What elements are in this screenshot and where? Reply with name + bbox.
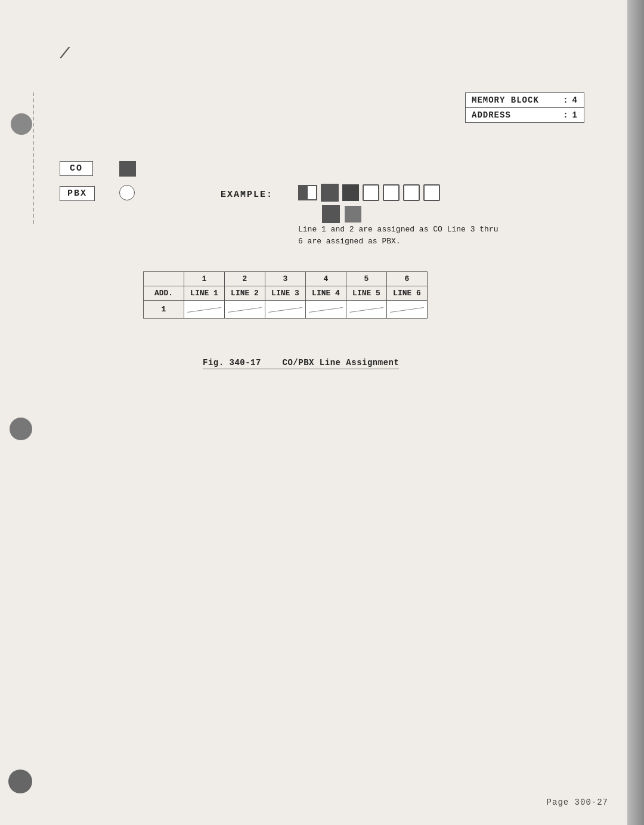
line4-label: LINE 4 [306, 286, 346, 301]
icon-dark-sq3 [322, 205, 340, 223]
address-label: ADDRESS [472, 110, 559, 120]
memory-block-sep1: : [563, 95, 568, 105]
memory-block-label: MEMORY BLOCK [472, 95, 559, 105]
example-icons-row1 [298, 184, 440, 202]
memory-block-val1: 4 [572, 95, 578, 105]
icon-outline-sq4 [423, 184, 440, 201]
left-circle-top [11, 113, 32, 135]
icon-dark-sq4 [345, 206, 361, 223]
pbx-label: PBX [60, 186, 95, 201]
example-label: EXAMPLE: [221, 190, 273, 200]
left-circle-bottom [8, 770, 32, 793]
margin-line [33, 92, 34, 224]
icon-dark-sq1 [321, 184, 339, 202]
caption-underline [203, 369, 399, 369]
table-corner [144, 272, 184, 286]
left-circle-mid [10, 418, 32, 440]
table-col-4: 4 [306, 272, 346, 286]
figure-title: CO/PBX Line Assignment [283, 358, 400, 367]
table-col-6: 6 [387, 272, 428, 286]
line5-label: LINE 5 [346, 286, 387, 301]
description-text: Line 1 and 2 are assigned as CO Line 3 t… [298, 224, 498, 247]
icon-outline-sq1 [363, 184, 379, 201]
data-cell-3 [265, 301, 306, 319]
icon-outline-sq3 [403, 184, 420, 201]
line2-label: LINE 2 [225, 286, 265, 301]
page: / MEMORY BLOCK : 4 ADDRESS : 1 CO PBX EX… [0, 0, 644, 825]
figure-caption: Fig. 340-17 CO/PBX Line Assignment [203, 358, 399, 369]
icon-half-filled [298, 185, 317, 200]
data-cell-2 [225, 301, 265, 319]
table-data-row: 1 [144, 301, 428, 319]
co-dark-box [119, 161, 136, 177]
add-cell: ADD. [144, 286, 184, 301]
data-cell-5 [346, 301, 387, 319]
line1-label: LINE 1 [184, 286, 225, 301]
description-line2: 6 are assigned as PBX. [298, 236, 498, 248]
page-number: Page 300-27 [547, 798, 608, 807]
right-binding [627, 0, 644, 825]
memory-block-box: MEMORY BLOCK : 4 ADDRESS : 1 [465, 92, 584, 123]
assignment-table: 1 2 3 4 5 6 ADD. LINE 1 LINE 2 LINE 3 LI… [143, 271, 428, 319]
address-row: ADDRESS : 1 [466, 108, 584, 122]
table-header-row: ADD. LINE 1 LINE 2 LINE 3 LINE 4 LINE 5 … [144, 286, 428, 301]
icon-outline-sq2 [383, 184, 400, 201]
icon-dark-sq2 [342, 184, 359, 201]
data-cell-6 [387, 301, 428, 319]
line6-label: LINE 6 [387, 286, 428, 301]
data-cell-4 [306, 301, 346, 319]
figure-number: Fig. 340-17 [203, 358, 261, 367]
table-col-1: 1 [184, 272, 225, 286]
table-col-5: 5 [346, 272, 387, 286]
tick-mark: / [58, 44, 71, 64]
description-line1: Line 1 and 2 are assigned as CO Line 3 t… [298, 224, 498, 236]
address-val-cell: 1 [144, 301, 184, 319]
address-val: 1 [572, 110, 578, 120]
example-icons-row2 [322, 205, 361, 223]
icon-left-half [299, 186, 308, 199]
data-cell-1 [184, 301, 225, 319]
pbx-circle [119, 185, 135, 200]
table-col-2: 2 [225, 272, 265, 286]
address-sep: : [563, 110, 568, 120]
co-label: CO [60, 161, 93, 176]
table-col-3: 3 [265, 272, 306, 286]
line3-label: LINE 3 [265, 286, 306, 301]
memory-block-row: MEMORY BLOCK : 4 [466, 93, 584, 108]
